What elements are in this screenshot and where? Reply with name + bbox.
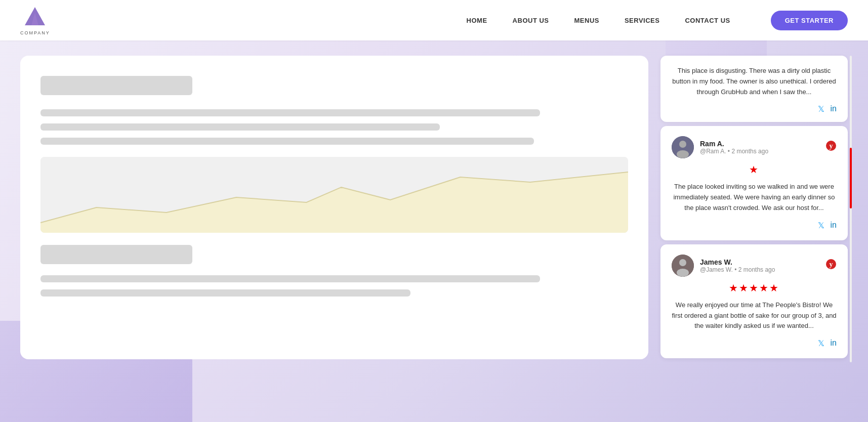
placeholder-title-bar: [40, 76, 192, 95]
review-1-linkedin-icon[interactable]: in: [831, 104, 837, 114]
review-3-twitter-icon[interactable]: 𝕏: [818, 339, 824, 348]
nav-contact[interactable]: CONTACT US: [685, 17, 730, 24]
scroll-thumb: [850, 148, 852, 208]
avatar-james-svg: [672, 255, 694, 277]
main-content-card: [20, 56, 648, 359]
scroll-indicator: [850, 56, 852, 362]
svg-point-5: [679, 141, 686, 148]
svg-point-11: [677, 269, 689, 277]
chart-area: [40, 157, 628, 233]
get-starter-button[interactable]: GET STARTER: [771, 11, 848, 30]
placeholder-text-2: [40, 123, 440, 131]
review-3-actions: 𝕏 in: [672, 339, 837, 348]
review-2-header: Ram A. @Ram A. • 2 months ago y: [672, 136, 837, 158]
review-3-handle: @James W. • 2 months ago: [700, 266, 775, 273]
review-2-handle: @Ram A. • 2 months ago: [700, 148, 768, 155]
review-2-text: The place looked inviting so we walked i…: [672, 182, 837, 213]
placeholder-title-bar-2: [40, 245, 192, 264]
review-3-name: James W.: [700, 258, 775, 266]
review-3-stars: ★★★★★: [672, 282, 837, 294]
placeholder-text-3: [40, 138, 534, 145]
review-2-linkedin-icon[interactable]: in: [831, 221, 837, 230]
review-3-info: James W. @James W. • 2 months ago: [672, 255, 775, 277]
navbar: COMPANY HOME ABOUT US MENUS SERVICES CON…: [0, 0, 868, 40]
page-background: This place is disgusting. There was a di…: [0, 40, 868, 422]
reviews-sidebar: This place is disgusting. There was a di…: [660, 56, 848, 362]
review-card-3: James W. @James W. • 2 months ago y ★★★★…: [660, 244, 848, 358]
review-1-twitter-icon[interactable]: 𝕏: [818, 104, 824, 114]
review-3-linkedin-icon[interactable]: in: [831, 339, 837, 348]
review-3-yelp-icon: y: [825, 259, 837, 273]
logo-label: COMPANY: [20, 30, 50, 35]
logo[interactable]: COMPANY: [20, 5, 50, 35]
logo-icon: [23, 5, 47, 29]
avatar-ram-svg: [672, 136, 694, 158]
placeholder-text-4: [40, 275, 540, 282]
review-1-actions: 𝕏 in: [672, 104, 837, 114]
svg-text:y: y: [830, 261, 833, 268]
placeholder-text-5: [40, 289, 410, 297]
svg-point-10: [679, 259, 686, 266]
placeholder-text-1: [40, 109, 540, 116]
review-2-meta: Ram A. @Ram A. • 2 months ago: [700, 140, 768, 155]
review-card-1: This place is disgusting. There was a di…: [660, 56, 848, 122]
review-2-yelp-icon: y: [825, 140, 837, 154]
review-2-actions: 𝕏 in: [672, 221, 837, 230]
review-2-twitter-icon[interactable]: 𝕏: [818, 221, 824, 230]
review-2-name: Ram A.: [700, 140, 768, 148]
review-1-text: This place is disgusting. There was a di…: [672, 66, 837, 97]
nav-services[interactable]: SERVICES: [625, 17, 660, 24]
svg-point-6: [677, 150, 689, 158]
review-2-avatar: [672, 136, 694, 158]
review-2-info: Ram A. @Ram A. • 2 months ago: [672, 136, 768, 158]
chart-svg: [40, 157, 628, 233]
review-3-header: James W. @James W. • 2 months ago y: [672, 255, 837, 277]
review-3-avatar: [672, 255, 694, 277]
nav-home[interactable]: HOME: [467, 17, 487, 24]
review-card-2: Ram A. @Ram A. • 2 months ago y ★ The pl…: [660, 126, 848, 240]
review-2-stars: ★: [672, 163, 837, 176]
svg-text:y: y: [830, 142, 833, 150]
nav-links: HOME ABOUT US MENUS SERVICES CONTACT US …: [467, 11, 848, 30]
review-3-text: We really enjoyed our time at The People…: [672, 300, 837, 331]
nav-about[interactable]: ABOUT US: [513, 17, 549, 24]
review-3-meta: James W. @James W. • 2 months ago: [700, 258, 775, 273]
nav-menus[interactable]: MENUS: [574, 17, 599, 24]
